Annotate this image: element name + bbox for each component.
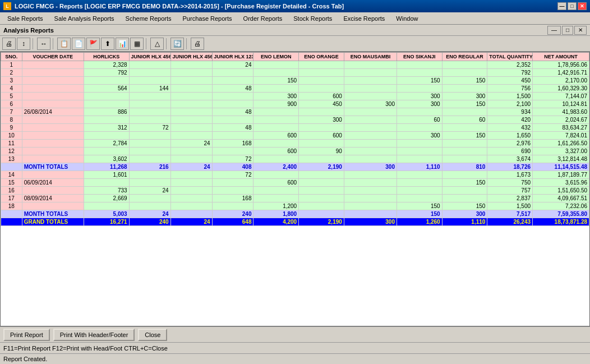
cell-sno: 8	[1, 116, 22, 124]
menu-sale-analysis[interactable]: Sale Analysis Reports	[49, 13, 119, 24]
toolbar-print-btn[interactable]: 🖨	[2, 38, 16, 50]
cell-vdate: MONTH TOTALS	[22, 163, 84, 171]
cell-enomaus	[344, 77, 397, 85]
cell-junior456v	[129, 202, 170, 210]
cell-netamt: 1,60,329.30	[533, 85, 589, 93]
close-report-button[interactable]: Close	[138, 329, 167, 341]
cell-junior456v	[129, 77, 170, 85]
cell-junior123v: 408	[212, 163, 253, 171]
cell-enomaus	[344, 155, 397, 163]
cell-junior456v	[129, 140, 170, 148]
cell-junior123v: 72	[212, 155, 253, 163]
print-report-button[interactable]: Print Report	[3, 329, 50, 341]
cell-netamt: 83,634.27	[533, 124, 589, 132]
cell-enomaus	[344, 202, 397, 210]
cell-junior456v	[129, 132, 170, 140]
cell-enolemon: 150	[253, 77, 299, 85]
cell-enoreg	[442, 108, 487, 116]
cell-sno: 1	[1, 61, 22, 69]
cell-sno	[1, 218, 22, 226]
table-row: 141,601721,6731,87,189.77	[1, 171, 589, 179]
cell-enosik	[397, 187, 442, 195]
cell-vdate	[22, 140, 84, 148]
table-row: 1708/09/20142,6691682,8374,09,667.51	[1, 195, 589, 202]
cell-enosik: 300	[397, 93, 442, 100]
toolbar-copy-btn[interactable]: 📋	[57, 38, 71, 50]
status-bar: F11=Print Report F12=Print with Head/Foo…	[0, 342, 590, 353]
cell-enomaus	[344, 210, 397, 218]
title-bar: L LOGIC FMCG - Reports [LOGIC ERP FMCG D…	[0, 0, 590, 12]
menu-stock-reports[interactable]: Stock Reports	[288, 13, 337, 24]
toolbar-printer-btn[interactable]: 🖨	[191, 38, 204, 50]
toolbar-flag-btn[interactable]: 🚩	[86, 38, 100, 50]
cell-junior123v	[212, 100, 253, 108]
toolbar-paste-btn[interactable]: 📄	[72, 38, 85, 50]
table-row: 4564144487561,60,329.30	[1, 85, 589, 93]
cell-horlicks: 16,271	[84, 218, 129, 226]
inner-restore-button[interactable]: □	[562, 26, 573, 35]
cell-junior456c	[170, 202, 212, 210]
toolbar-filter-btn[interactable]: △	[150, 38, 164, 50]
cell-junior456c: 24	[170, 218, 212, 226]
menu-excise-reports[interactable]: Excise Reports	[338, 13, 390, 24]
cell-enosik	[397, 179, 442, 187]
cell-enomaus	[344, 116, 397, 124]
cell-junior456c	[170, 116, 212, 124]
cell-enosik: 60	[397, 116, 442, 124]
toolbar-bar-btn[interactable]: ▦	[130, 38, 144, 50]
cell-junior123v	[212, 148, 253, 155]
cell-junior456v	[129, 195, 170, 202]
menu-order-reports[interactable]: Order Reports	[238, 13, 288, 24]
cell-totalqty: 2,837	[487, 195, 533, 202]
table-row: 106006003001501,6507,824.01	[1, 132, 589, 140]
col-enoreg: ENO REGULAR	[442, 53, 487, 61]
cell-enosik: 150	[397, 202, 442, 210]
inner-minimize-button[interactable]: —	[547, 26, 561, 35]
toolbar-sort-btn[interactable]: ↕	[17, 38, 30, 50]
menu-scheme-reports[interactable]: Scheme Reports	[121, 13, 177, 24]
cell-vdate: 08/09/2014	[22, 195, 84, 202]
cell-horlicks: 792	[84, 69, 129, 77]
inner-close-button[interactable]: ✕	[574, 26, 587, 35]
cell-netamt: 2,024.67	[533, 116, 589, 124]
menu-sale-reports[interactable]: Sale Reports	[2, 13, 48, 24]
cell-enolemon: 1,800	[253, 210, 299, 218]
data-table-container[interactable]: SNO. VOUCHER DATE HORLICKS JUNIOR HLX 45…	[0, 52, 590, 326]
cell-netamt: 10,124.81	[533, 100, 589, 108]
cell-enosik: 1,110	[397, 163, 442, 171]
cell-sno: 9	[1, 124, 22, 132]
cell-totalqty: 432	[487, 124, 533, 132]
menu-purchase-reports[interactable]: Purchase Reports	[178, 13, 237, 24]
cell-enomaus	[344, 85, 397, 93]
toolbar-up-btn[interactable]: ⬆	[101, 38, 114, 50]
cell-vdate	[22, 69, 84, 77]
close-button[interactable]: ✕	[578, 2, 587, 10]
cell-vdate: MONTH TOTALS	[22, 210, 84, 218]
cell-enolemon	[253, 195, 299, 202]
cell-junior456v: 24	[129, 210, 170, 218]
toolbar-chart-btn[interactable]: 📊	[116, 38, 129, 50]
menu-window[interactable]: Window	[391, 13, 423, 24]
cell-vdate	[22, 187, 84, 195]
maximize-button[interactable]: □	[568, 2, 577, 10]
table-row: 69004503003001502,10010,124.81	[1, 100, 589, 108]
col-enolemon: ENO LEMON	[253, 53, 299, 61]
minimize-button[interactable]: —	[557, 2, 566, 10]
cell-junior456v	[129, 155, 170, 163]
cell-enoreg: 60	[442, 116, 487, 124]
cell-enoreg	[442, 85, 487, 93]
cell-enoreg	[442, 195, 487, 202]
cell-enoorange	[299, 140, 344, 148]
cell-enoorange: 450	[299, 100, 344, 108]
cell-enosik	[397, 195, 442, 202]
table-row: 53006003003001,5007,144.07	[1, 93, 589, 100]
title-text: LOGIC FMCG - Reports [LOGIC ERP FMCG DEM…	[15, 3, 344, 10]
toolbar-expand-btn[interactable]: ↔	[37, 38, 50, 50]
cell-horlicks: 2,328	[84, 61, 129, 69]
cell-horlicks: 11,268	[84, 163, 129, 171]
cell-junior456c	[170, 148, 212, 155]
cell-enosik: 1,260	[397, 218, 442, 226]
cell-sno: 15	[1, 179, 22, 187]
print-header-button[interactable]: Print With Header/Footer	[53, 329, 135, 341]
toolbar-refresh-btn[interactable]: 🔄	[170, 38, 184, 50]
